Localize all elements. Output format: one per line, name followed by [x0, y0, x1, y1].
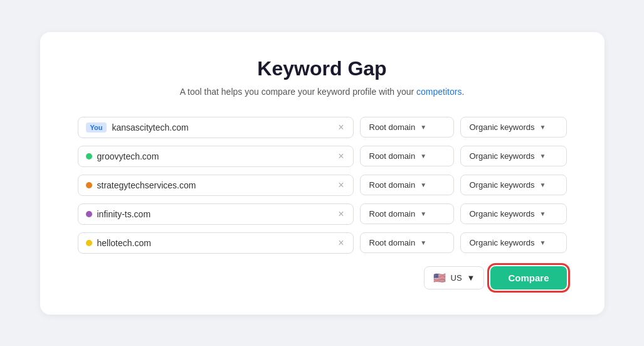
country-code: US: [451, 273, 462, 283]
domain-row-1: You×Root domain▼Organic keywords▼: [78, 117, 567, 138]
organic-keywords-dropdown-1[interactable]: Organic keywords▼: [460, 117, 567, 138]
root-domain-label: Root domain: [369, 180, 416, 190]
organic-keywords-label: Organic keywords: [470, 151, 535, 161]
chevron-down-icon: ▼: [540, 210, 546, 217]
domain-input-4[interactable]: [97, 209, 332, 219]
organic-keywords-label: Organic keywords: [470, 180, 535, 190]
root-domain-dropdown-4[interactable]: Root domain▼: [360, 203, 454, 224]
root-domain-dropdown-1[interactable]: Root domain▼: [360, 117, 454, 138]
root-domain-dropdown-2[interactable]: Root domain▼: [360, 146, 454, 166]
competitor-dot-icon: [86, 240, 92, 246]
input-wrapper-2: ×: [78, 146, 354, 167]
clear-button-2[interactable]: ×: [337, 151, 345, 161]
organic-keywords-dropdown-2[interactable]: Organic keywords▼: [460, 146, 567, 166]
you-badge: You: [86, 122, 107, 132]
root-domain-dropdown-5[interactable]: Root domain▼: [360, 232, 454, 253]
organic-keywords-label: Organic keywords: [470, 238, 535, 247]
domain-input-5[interactable]: [97, 238, 332, 248]
competitor-dot-icon: [86, 153, 92, 159]
domain-row-4: ×Root domain▼Organic keywords▼: [78, 203, 567, 225]
domain-input-3[interactable]: [97, 180, 332, 190]
root-domain-label: Root domain: [369, 238, 416, 247]
chevron-down-icon: ▼: [420, 153, 426, 159]
root-domain-label: Root domain: [369, 151, 416, 161]
organic-keywords-dropdown-3[interactable]: Organic keywords▼: [460, 175, 567, 195]
organic-keywords-label: Organic keywords: [470, 122, 535, 132]
clear-button-3[interactable]: ×: [337, 180, 345, 190]
input-wrapper-4: ×: [78, 203, 354, 225]
country-dropdown[interactable]: 🇺🇸 US ▼: [424, 266, 485, 289]
chevron-down-icon: ▼: [540, 181, 546, 188]
rows-container: You×Root domain▼Organic keywords▼×Root d…: [78, 117, 567, 254]
organic-keywords-label: Organic keywords: [470, 209, 535, 219]
root-domain-label: Root domain: [369, 122, 416, 132]
input-wrapper-1: You×: [78, 117, 354, 138]
domain-input-1[interactable]: [112, 122, 332, 132]
chevron-down-icon: ▼: [467, 273, 475, 283]
compare-button[interactable]: Compare: [490, 266, 566, 289]
root-domain-label: Root domain: [369, 209, 416, 219]
chevron-down-icon: ▼: [540, 239, 546, 246]
page-title: Keyword Gap: [78, 57, 567, 80]
root-domain-dropdown-3[interactable]: Root domain▼: [360, 175, 454, 195]
chevron-down-icon: ▼: [420, 239, 426, 246]
domain-input-2[interactable]: [97, 151, 332, 161]
bottom-bar: 🇺🇸 US ▼ Compare: [78, 266, 567, 289]
input-wrapper-3: ×: [78, 175, 354, 196]
competitor-dot-icon: [86, 182, 92, 188]
clear-button-4[interactable]: ×: [337, 209, 345, 219]
domain-row-2: ×Root domain▼Organic keywords▼: [78, 146, 567, 167]
domain-row-5: ×Root domain▼Organic keywords▼: [78, 232, 567, 254]
organic-keywords-dropdown-4[interactable]: Organic keywords▼: [460, 203, 567, 224]
chevron-down-icon: ▼: [420, 181, 426, 188]
flag-icon: 🇺🇸: [433, 272, 446, 284]
clear-button-1[interactable]: ×: [337, 122, 345, 132]
chevron-down-icon: ▼: [420, 124, 426, 131]
main-card: Keyword Gap A tool that helps you compar…: [40, 32, 604, 315]
competitors-link[interactable]: competitors: [416, 87, 462, 97]
domain-row-3: ×Root domain▼Organic keywords▼: [78, 175, 567, 196]
page-subtitle: A tool that helps you compare your keywo…: [78, 87, 567, 97]
input-wrapper-5: ×: [78, 232, 354, 254]
chevron-down-icon: ▼: [540, 153, 546, 159]
chevron-down-icon: ▼: [420, 210, 426, 217]
organic-keywords-dropdown-5[interactable]: Organic keywords▼: [460, 232, 567, 253]
chevron-down-icon: ▼: [540, 124, 546, 131]
competitor-dot-icon: [86, 211, 92, 217]
clear-button-5[interactable]: ×: [337, 238, 345, 248]
